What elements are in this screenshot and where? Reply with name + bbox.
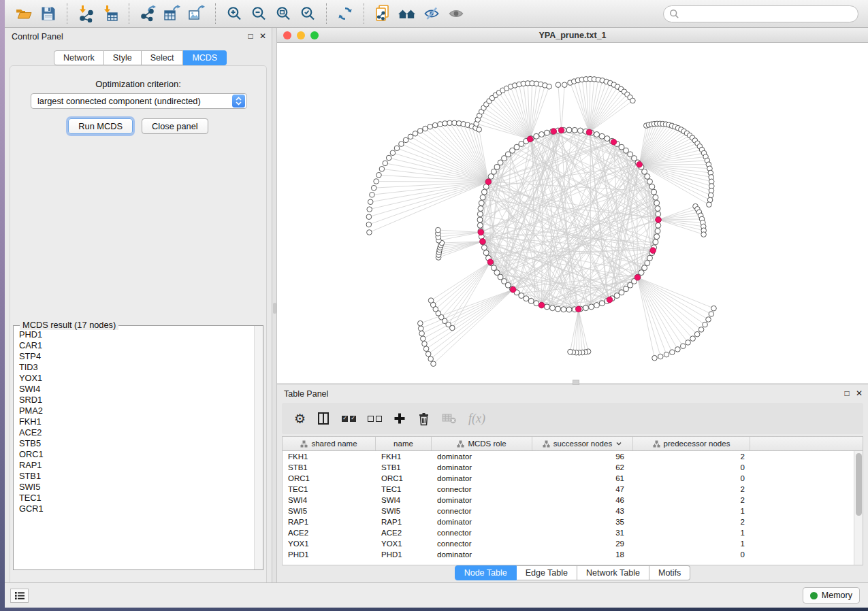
table-scrollbar-thumb[interactable] [856, 453, 862, 516]
select-all-columns-icon[interactable]: ✓✓ [342, 416, 356, 422]
table-cell [750, 462, 863, 473]
table-row[interactable]: YOX1YOX1connector291 [283, 538, 863, 549]
float-panel-icon[interactable]: □ [842, 389, 852, 398]
close-panel-icon[interactable]: ✕ [258, 31, 268, 41]
mcds-result-item[interactable]: FKH1 [19, 416, 253, 427]
desktop-background: Control Panel □ ✕ Network Style Select M… [0, 0, 868, 611]
table-row[interactable]: STB1STB1dominator620 [283, 462, 863, 473]
network-graph[interactable] [277, 43, 868, 383]
table-cell: dominator [432, 473, 532, 484]
show-columns-icon[interactable] [317, 412, 330, 425]
mcds-result-item[interactable]: PHD1 [19, 329, 253, 340]
apply-layout-icon[interactable] [335, 4, 355, 23]
table-cell: PHD1 [376, 549, 432, 560]
mcds-result-item[interactable]: ACE2 [19, 427, 253, 438]
mcds-result-item[interactable]: RAP1 [19, 460, 253, 471]
table-cell: ACE2 [376, 527, 432, 538]
column-header-name[interactable]: name [376, 437, 432, 450]
vertical-splitter[interactable] [272, 28, 277, 582]
memory-button[interactable]: Memory [803, 587, 860, 604]
open-session-icon[interactable] [14, 4, 34, 23]
table-row[interactable]: RAP1RAP1dominator352 [283, 516, 863, 527]
table-cell: dominator [432, 451, 532, 462]
hide-selected-icon[interactable] [421, 4, 442, 23]
network-window-titlebar[interactable]: YPA_prune.txt_1 [277, 28, 868, 43]
import-table-icon[interactable] [100, 4, 120, 23]
column-header-mcds-role[interactable]: MCDS role [432, 437, 532, 450]
tab-network[interactable]: Network [54, 50, 104, 65]
table-row[interactable]: TEC1TEC1connector472 [283, 484, 863, 495]
criterion-select[interactable]: largest connected component (undirected) [31, 93, 247, 109]
mcds-result-item[interactable]: GCR1 [19, 503, 253, 514]
table-row[interactable]: PHD1PHD1dominator180 [283, 549, 863, 560]
mcds-result-item[interactable]: ORC1 [19, 449, 253, 460]
memory-status-icon [810, 592, 818, 599]
export-network-icon[interactable] [138, 4, 158, 23]
network-canvas[interactable] [277, 43, 868, 383]
table-row[interactable]: ACE2ACE2connector311 [283, 527, 863, 538]
first-neighbors-icon[interactable] [397, 4, 417, 23]
table-row[interactable]: SWI5SWI5connector431 [283, 506, 863, 516]
column-header-successor-nodes[interactable]: successor nodes [532, 437, 633, 450]
mcds-result-item[interactable]: CAR1 [19, 340, 253, 351]
zoom-out-icon[interactable] [248, 4, 269, 23]
run-mcds-button[interactable]: Run MCDS [68, 118, 133, 134]
tab-style[interactable]: Style [104, 50, 142, 65]
mcds-result-item[interactable]: STB5 [19, 438, 253, 449]
table-row[interactable]: ORC1ORC1dominator610 [283, 473, 863, 484]
mcds-result-item[interactable]: TID3 [19, 362, 253, 373]
table-scrollbar[interactable] [854, 451, 863, 565]
float-panel-icon[interactable]: □ [246, 31, 255, 41]
export-table-icon[interactable] [162, 4, 182, 23]
maximize-window-icon[interactable] [310, 31, 319, 39]
function-builder-icon[interactable]: f(x) [468, 412, 485, 426]
tab-edge-table[interactable]: Edge Table [517, 565, 577, 580]
mcds-result-item[interactable]: SRD1 [19, 395, 253, 406]
close-window-icon[interactable] [283, 31, 291, 39]
table-cell: 61 [532, 473, 633, 484]
save-session-icon[interactable] [38, 4, 59, 23]
mcds-result-item[interactable]: YOX1 [19, 373, 253, 384]
delete-table-icon[interactable] [442, 412, 457, 425]
tab-mcds[interactable]: MCDS [183, 50, 227, 65]
mcds-result-item[interactable]: STP4 [19, 351, 253, 362]
splitter-handle[interactable] [573, 380, 579, 385]
table-options-icon[interactable]: ⚙ [294, 411, 306, 427]
delete-columns-icon[interactable] [417, 412, 430, 426]
mcds-result-item[interactable]: PMA2 [19, 406, 253, 416]
close-panel-button[interactable]: Close panel [142, 118, 208, 134]
search-input[interactable] [679, 7, 858, 20]
task-history-button[interactable] [10, 589, 29, 603]
close-panel-icon[interactable]: ✕ [854, 389, 864, 398]
table-cell [750, 549, 863, 560]
network-from-selection-icon[interactable] [372, 4, 393, 23]
mcds-result-item[interactable]: STB1 [19, 471, 253, 482]
tab-node-table[interactable]: Node Table [455, 565, 517, 580]
show-all-icon[interactable] [446, 4, 466, 23]
zoom-fit-icon[interactable] [273, 4, 293, 23]
zoom-in-icon[interactable] [224, 4, 244, 23]
tab-select[interactable]: Select [142, 50, 184, 65]
column-header-predecessor-nodes[interactable]: predecessor nodes [633, 437, 750, 450]
export-image-icon[interactable] [187, 4, 207, 23]
search-field[interactable] [663, 5, 858, 22]
table-row[interactable]: FKH1FKH1dominator962 [283, 451, 863, 462]
mcds-result-item[interactable]: TEC1 [19, 493, 253, 503]
minimize-window-icon[interactable] [297, 31, 305, 39]
zoom-selected-icon[interactable] [298, 4, 318, 23]
mcds-result-list[interactable]: PHD1CAR1STP4TID3YOX1SWI4SRD1PMA2FKH1ACE2… [14, 328, 253, 569]
tab-network-table[interactable]: Network Table [577, 565, 649, 580]
mcds-result-scrollbar[interactable] [254, 326, 263, 569]
create-column-icon[interactable] [393, 412, 406, 425]
unselect-all-columns-icon[interactable] [368, 416, 382, 422]
tab-motifs[interactable]: Motifs [649, 565, 690, 580]
import-network-icon[interactable] [76, 4, 96, 23]
network-window-title: YPA_prune.txt_1 [539, 31, 606, 40]
table-panel-header: Table Panel □ ✕ [277, 385, 868, 403]
column-header-shared-name[interactable]: shared name [283, 437, 376, 450]
table-row[interactable]: SWI4SWI4dominator462 [283, 495, 863, 506]
table-cell: 18 [532, 549, 633, 560]
mcds-result-item[interactable]: SWI5 [19, 482, 253, 493]
mcds-result-item[interactable]: SWI4 [19, 384, 253, 395]
splitter-handle[interactable] [273, 303, 276, 314]
